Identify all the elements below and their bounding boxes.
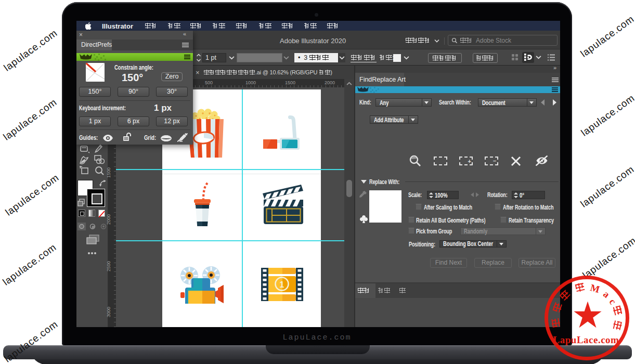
svg-text:1: 1: [280, 280, 284, 289]
